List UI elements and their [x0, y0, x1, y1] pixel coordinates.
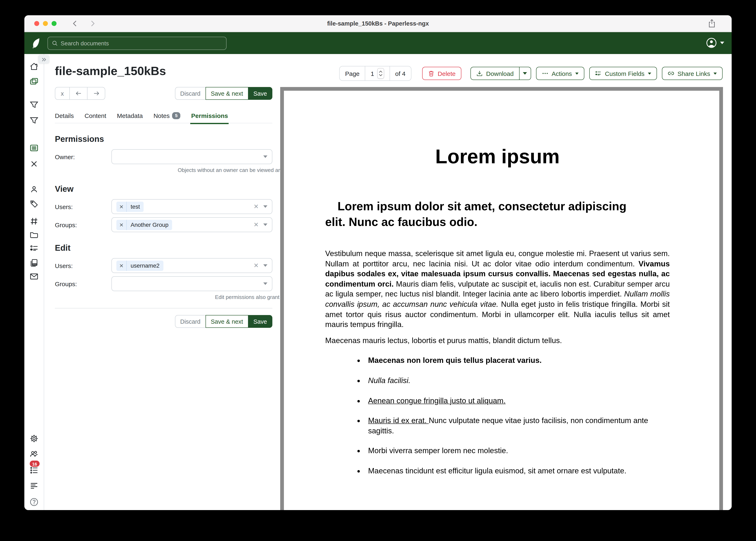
link-icon [668, 70, 674, 77]
sidebar-item-correspondents[interactable] [24, 185, 44, 194]
pdf-title: Lorem ipsum [325, 145, 670, 168]
pdf-paragraph: Vestibulum neque massa, scelerisque sit … [325, 249, 670, 330]
remove-chip-icon[interactable]: ✕ [116, 204, 126, 210]
document-detail-pane: file-sample_150kBs x Discard Save & next… [44, 54, 280, 510]
remove-chip-icon[interactable]: ✕ [116, 222, 126, 228]
sidebar-item-documents[interactable] [24, 77, 44, 86]
close-window-button[interactable] [34, 21, 39, 26]
edit-groups-select[interactable] [111, 276, 272, 291]
page-number-input[interactable]: 1 [365, 66, 390, 81]
share-links-button[interactable]: Share Links [662, 67, 723, 80]
tab-metadata[interactable]: Metadata [117, 112, 143, 119]
clear-select-icon[interactable]: ✕ [254, 221, 259, 229]
user-avatar-icon [706, 38, 717, 48]
zoom-window-button[interactable] [52, 21, 57, 26]
tab-permissions[interactable]: Permissions [191, 112, 228, 119]
clear-select-icon[interactable]: ✕ [254, 203, 259, 210]
tab-notes[interactable]: Notes 5 [154, 112, 181, 119]
next-document-button[interactable] [87, 87, 105, 100]
select-caret-icon [263, 156, 267, 158]
sidebar-item-settings[interactable] [24, 434, 44, 443]
owner-select[interactable] [111, 149, 272, 164]
sidebar-item-help[interactable] [24, 498, 44, 506]
page-navigation: Page 1 of 4 [339, 66, 411, 81]
list-item: Nulla facilisi. [365, 376, 670, 386]
view-groups-select[interactable]: ✕ Another Group ✕ [111, 217, 272, 232]
trash-icon [428, 70, 434, 77]
pdf-page: Lorem ipsum Lorem ipsum dolor sit amet, … [284, 91, 719, 510]
chevron-down-icon [713, 72, 717, 74]
pdf-viewer-frame[interactable]: Lorem ipsum Lorem ipsum dolor sit amet, … [280, 87, 723, 510]
user-menu[interactable] [706, 38, 724, 48]
save-button[interactable]: Save [248, 315, 272, 328]
share-icon[interactable] [708, 19, 716, 28]
select-caret-icon [263, 224, 267, 226]
sidebar-item-workflows[interactable] [24, 259, 44, 267]
list-item: Morbi viverra semper lorem nec molestie. [365, 446, 670, 456]
app-window: file-sample_150kBs - Paperless-ngx Searc… [24, 15, 732, 510]
save-next-button[interactable]: Save & next [206, 315, 248, 328]
remove-chip-icon[interactable]: ✕ [116, 263, 126, 269]
download-button[interactable]: Download [470, 67, 519, 80]
sidebar: 16 [24, 54, 44, 510]
save-next-button[interactable]: Save & next [206, 87, 248, 100]
paperless-logo-icon [30, 37, 42, 49]
sidebar-item-logs[interactable] [24, 481, 44, 490]
download-options-button[interactable] [519, 67, 531, 80]
tab-details[interactable]: Details [55, 112, 74, 119]
tab-notes-label: Notes [154, 112, 170, 119]
notes-count-badge: 5 [172, 112, 180, 119]
chevron-down-icon [523, 72, 527, 75]
sidebar-item-custom-fields[interactable] [24, 244, 44, 253]
sidebar-expand-button[interactable] [38, 55, 49, 64]
sidebar-item-saved-view-2[interactable] [24, 116, 44, 125]
sidebar-item-users-groups[interactable] [24, 450, 44, 458]
sidebar-item-mail[interactable] [24, 272, 44, 281]
macos-titlebar: file-sample_150kBs - Paperless-ngx [24, 15, 732, 32]
sidebar-item-open-document[interactable] [24, 144, 44, 152]
arrow-right-icon [93, 90, 99, 97]
discard-button[interactable]: Discard [175, 315, 206, 328]
view-heading: View [55, 184, 272, 194]
browser-back-icon[interactable] [71, 20, 79, 27]
sidebar-item-tags[interactable] [24, 200, 44, 208]
search-icon [52, 40, 58, 46]
sidebar-item-tasks[interactable]: 16 [24, 466, 44, 475]
page-title: file-sample_150kBs [55, 64, 272, 78]
view-users-label: Users: [55, 203, 111, 210]
pdf-subtitle: Lorem ipsum dolor sit amet, consectetur … [325, 198, 670, 230]
sidebar-item-document-types[interactable] [24, 217, 44, 226]
minimize-window-button[interactable] [43, 21, 48, 26]
custom-fields-button[interactable]: Custom Fields [589, 67, 657, 80]
sidebar-item-storage-paths[interactable] [24, 231, 44, 239]
delete-button[interactable]: Delete [422, 67, 461, 80]
previous-document-button[interactable] [69, 87, 87, 100]
view-users-select[interactable]: ✕ test ✕ [111, 199, 272, 214]
page-label: Page [339, 66, 365, 81]
edit-users-select[interactable]: ✕ username2 ✕ [111, 258, 272, 273]
chevron-down-icon [720, 42, 724, 44]
divider [55, 308, 272, 308]
selected-group-chip: ✕ Another Group [116, 220, 172, 230]
clear-select-icon[interactable]: ✕ [254, 262, 259, 269]
discard-button[interactable]: Discard [175, 87, 206, 100]
download-split-button: Download [470, 67, 531, 80]
tab-content[interactable]: Content [85, 112, 106, 119]
select-caret-icon [263, 205, 267, 208]
tasks-count-badge: 16 [30, 461, 39, 467]
sidebar-close-document-icon[interactable] [24, 160, 44, 168]
browser-forward-icon[interactable] [89, 20, 96, 27]
close-document-button[interactable]: x [55, 87, 70, 100]
actions-button[interactable]: Actions [536, 67, 584, 80]
search-input[interactable]: Search documents [47, 37, 227, 50]
save-button[interactable]: Save [248, 87, 272, 100]
page-count-label: of 4 [389, 66, 411, 81]
sidebar-item-dashboard[interactable] [24, 62, 44, 71]
save-actions-group-bottom: Discard Save & next Save [175, 315, 272, 328]
doc-nav-group: x [55, 87, 105, 100]
sidebar-item-saved-view-1[interactable] [24, 101, 44, 109]
chevron-down-icon [648, 72, 651, 74]
arrow-left-icon [75, 90, 82, 97]
edit-users-label: Users: [55, 262, 111, 269]
page-stepper[interactable] [377, 68, 384, 79]
